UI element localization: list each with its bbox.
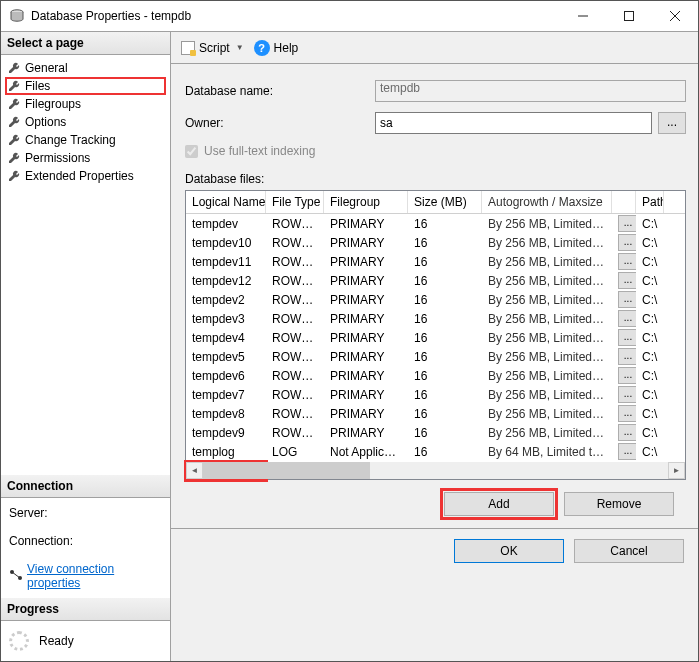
- cell-autogrowth-button[interactable]: ...: [612, 367, 636, 384]
- cell-autogrowth[interactable]: By 256 MB, Limited to ...: [482, 388, 612, 402]
- cell-path[interactable]: C:\: [636, 350, 664, 364]
- cell-logical-name[interactable]: tempdev: [186, 217, 266, 231]
- ellipsis-icon[interactable]: ...: [618, 234, 636, 251]
- cell-size[interactable]: 16: [408, 293, 482, 307]
- cell-file-type[interactable]: ROWS...: [266, 426, 324, 440]
- titlebar[interactable]: Database Properties - tempdb: [1, 1, 698, 31]
- cell-autogrowth-button[interactable]: ...: [612, 253, 636, 270]
- maximize-button[interactable]: [606, 1, 652, 31]
- files-grid[interactable]: Logical Name File Type Filegroup Size (M…: [185, 190, 686, 480]
- cell-autogrowth[interactable]: By 256 MB, Limited to ...: [482, 331, 612, 345]
- cell-autogrowth[interactable]: By 256 MB, Limited to ...: [482, 369, 612, 383]
- cell-logical-name[interactable]: tempdev7: [186, 388, 266, 402]
- ellipsis-icon[interactable]: ...: [618, 424, 636, 441]
- cell-autogrowth-button[interactable]: ...: [612, 310, 636, 327]
- table-row[interactable]: tempdev8ROWS...PRIMARY16By 256 MB, Limit…: [186, 404, 685, 423]
- cell-path[interactable]: C:\: [636, 293, 664, 307]
- ellipsis-icon[interactable]: ...: [618, 215, 636, 232]
- add-button[interactable]: Add: [444, 492, 554, 516]
- table-row[interactable]: tempdev2ROWS...PRIMARY16By 256 MB, Limit…: [186, 290, 685, 309]
- cell-path[interactable]: C:\: [636, 388, 664, 402]
- cell-logical-name[interactable]: tempdev3: [186, 312, 266, 326]
- cell-file-type[interactable]: ROWS...: [266, 388, 324, 402]
- table-row[interactable]: templogLOGNot Applicable16By 64 MB, Limi…: [186, 442, 685, 461]
- ellipsis-icon[interactable]: ...: [618, 348, 636, 365]
- owner-input[interactable]: [375, 112, 652, 134]
- cell-filegroup[interactable]: Not Applicable: [324, 445, 408, 459]
- scroll-left-icon[interactable]: ◄: [186, 462, 203, 479]
- cell-logical-name[interactable]: templog: [186, 445, 266, 459]
- ellipsis-icon[interactable]: ...: [618, 386, 636, 403]
- sidebar-page-general[interactable]: General: [5, 59, 166, 77]
- cell-autogrowth-button[interactable]: ...: [612, 329, 636, 346]
- cell-autogrowth-button[interactable]: ...: [612, 272, 636, 289]
- table-row[interactable]: tempdev5ROWS...PRIMARY16By 256 MB, Limit…: [186, 347, 685, 366]
- cell-file-type[interactable]: ROWS...: [266, 350, 324, 364]
- cell-autogrowth[interactable]: By 256 MB, Limited to ...: [482, 217, 612, 231]
- cell-file-type[interactable]: ROWS...: [266, 407, 324, 421]
- table-row[interactable]: tempdev12ROWS...PRIMARY16By 256 MB, Limi…: [186, 271, 685, 290]
- cancel-button[interactable]: Cancel: [574, 539, 684, 563]
- cell-path[interactable]: C:\: [636, 445, 664, 459]
- cell-autogrowth[interactable]: By 256 MB, Limited to ...: [482, 255, 612, 269]
- view-connection-properties-link[interactable]: View connection properties: [9, 562, 162, 590]
- cell-path[interactable]: C:\: [636, 312, 664, 326]
- cell-logical-name[interactable]: tempdev5: [186, 350, 266, 364]
- table-row[interactable]: tempdev4ROWS...PRIMARY16By 256 MB, Limit…: [186, 328, 685, 347]
- cell-autogrowth-button[interactable]: ...: [612, 348, 636, 365]
- table-row[interactable]: tempdev10ROWS...PRIMARY16By 256 MB, Limi…: [186, 233, 685, 252]
- cell-autogrowth-button[interactable]: ...: [612, 443, 636, 460]
- cell-size[interactable]: 16: [408, 350, 482, 364]
- cell-autogrowth-button[interactable]: ...: [612, 386, 636, 403]
- cell-filegroup[interactable]: PRIMARY: [324, 236, 408, 250]
- cell-logical-name[interactable]: tempdev8: [186, 407, 266, 421]
- ok-button[interactable]: OK: [454, 539, 564, 563]
- cell-autogrowth[interactable]: By 256 MB, Limited to ...: [482, 350, 612, 364]
- cell-logical-name[interactable]: tempdev2: [186, 293, 266, 307]
- script-dropdown-icon[interactable]: ▼: [236, 43, 244, 52]
- table-row[interactable]: tempdev7ROWS...PRIMARY16By 256 MB, Limit…: [186, 385, 685, 404]
- cell-autogrowth[interactable]: By 64 MB, Limited to 1...: [482, 445, 612, 459]
- sidebar-page-filegroups[interactable]: Filegroups: [5, 95, 166, 113]
- cell-file-type[interactable]: ROWS...: [266, 331, 324, 345]
- ellipsis-icon[interactable]: ...: [618, 405, 636, 422]
- ellipsis-icon[interactable]: ...: [618, 329, 636, 346]
- cell-logical-name[interactable]: tempdev4: [186, 331, 266, 345]
- cell-logical-name[interactable]: tempdev9: [186, 426, 266, 440]
- scroll-thumb[interactable]: [203, 462, 370, 479]
- table-row[interactable]: tempdevROWS...PRIMARY16By 256 MB, Limite…: [186, 214, 685, 233]
- script-button[interactable]: Script: [181, 41, 230, 55]
- remove-button[interactable]: Remove: [564, 492, 674, 516]
- cell-path[interactable]: C:\: [636, 217, 664, 231]
- col-autogrowth[interactable]: Autogrowth / Maxsize: [482, 191, 612, 213]
- sidebar-page-permissions[interactable]: Permissions: [5, 149, 166, 167]
- cell-autogrowth-button[interactable]: ...: [612, 405, 636, 422]
- ellipsis-icon[interactable]: ...: [618, 367, 636, 384]
- horizontal-scrollbar[interactable]: ◄ ►: [186, 462, 685, 479]
- col-filegroup[interactable]: Filegroup: [324, 191, 408, 213]
- cell-size[interactable]: 16: [408, 236, 482, 250]
- cell-autogrowth-button[interactable]: ...: [612, 234, 636, 251]
- cell-path[interactable]: C:\: [636, 255, 664, 269]
- cell-autogrowth-button[interactable]: ...: [612, 291, 636, 308]
- cell-file-type[interactable]: ROWS...: [266, 236, 324, 250]
- cell-autogrowth[interactable]: By 256 MB, Limited to ...: [482, 293, 612, 307]
- sidebar-page-files[interactable]: Files: [5, 77, 166, 95]
- close-button[interactable]: [652, 1, 698, 31]
- col-size[interactable]: Size (MB): [408, 191, 482, 213]
- cell-filegroup[interactable]: PRIMARY: [324, 369, 408, 383]
- cell-size[interactable]: 16: [408, 217, 482, 231]
- cell-path[interactable]: C:\: [636, 274, 664, 288]
- ellipsis-icon[interactable]: ...: [618, 291, 636, 308]
- table-row[interactable]: tempdev9ROWS...PRIMARY16By 256 MB, Limit…: [186, 423, 685, 442]
- ellipsis-icon[interactable]: ...: [618, 443, 636, 460]
- ellipsis-icon[interactable]: ...: [618, 310, 636, 327]
- cell-autogrowth[interactable]: By 256 MB, Limited to ...: [482, 274, 612, 288]
- cell-path[interactable]: C:\: [636, 331, 664, 345]
- cell-file-type[interactable]: ROWS...: [266, 274, 324, 288]
- cell-file-type[interactable]: ROWS...: [266, 217, 324, 231]
- sidebar-page-options[interactable]: Options: [5, 113, 166, 131]
- cell-autogrowth[interactable]: By 256 MB, Limited to ...: [482, 407, 612, 421]
- cell-path[interactable]: C:\: [636, 236, 664, 250]
- help-button[interactable]: ? Help: [254, 40, 299, 56]
